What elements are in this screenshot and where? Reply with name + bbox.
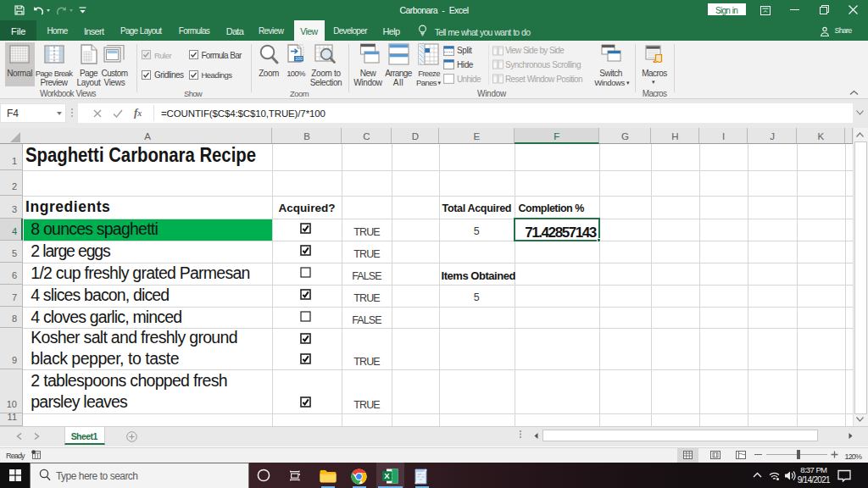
svg-text:X: X: [384, 471, 390, 480]
svg-text:100: 100: [295, 56, 303, 61]
